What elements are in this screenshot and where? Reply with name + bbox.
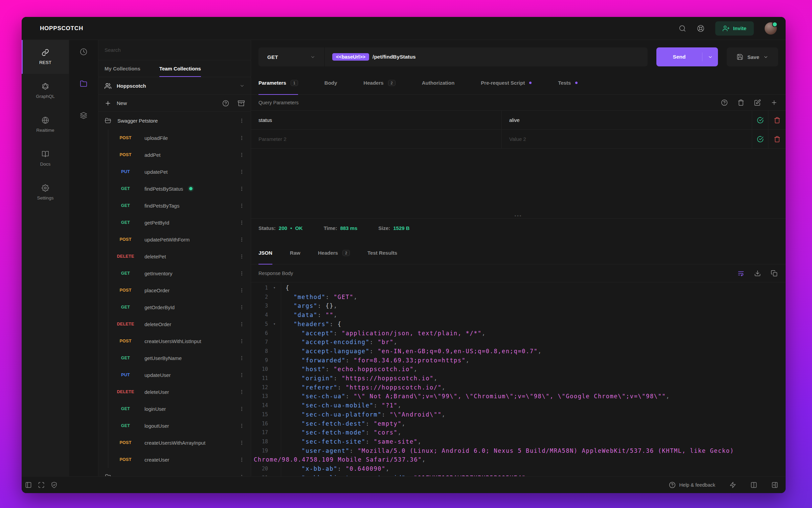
more-options-icon[interactable] xyxy=(239,338,245,344)
collection-request[interactable]: GETfindPetsByStatus xyxy=(98,180,251,197)
collection-request[interactable]: POSTaddPet xyxy=(98,146,251,163)
collection-request[interactable]: GETgetOrderById xyxy=(98,299,251,316)
toggle-param-check-icon[interactable] xyxy=(752,130,768,148)
tab-body[interactable]: Body xyxy=(324,71,337,94)
collection-request[interactable]: PUTupdatePet xyxy=(98,163,251,180)
new-collection-button[interactable]: New xyxy=(117,100,127,106)
collection-folder-partial[interactable] xyxy=(98,468,251,476)
collection-request[interactable]: DELETEdeleteOrder xyxy=(98,316,251,333)
help-feedback-button[interactable]: Help & feedback xyxy=(669,482,715,488)
more-options-icon[interactable] xyxy=(239,186,245,192)
collapse-right-panel-icon[interactable] xyxy=(771,482,778,488)
more-options-icon[interactable] xyxy=(239,118,245,124)
tab-team-collections[interactable]: Team Collections xyxy=(159,60,201,77)
clear-all-trash-icon[interactable] xyxy=(738,99,744,106)
sidebar-item-rest[interactable]: REST xyxy=(22,40,69,74)
wrap-lines-icon[interactable] xyxy=(738,270,744,277)
more-options-icon[interactable] xyxy=(239,203,245,209)
environments-layers-icon[interactable] xyxy=(80,112,87,119)
download-icon[interactable] xyxy=(754,270,761,277)
collection-request[interactable]: GETgetUserByName xyxy=(98,350,251,366)
more-options-icon[interactable] xyxy=(239,152,245,158)
sidebar-item-graphql[interactable]: GraphQL xyxy=(22,74,69,108)
collection-request[interactable]: GETfindPetsByTags xyxy=(98,197,251,214)
param-key-input[interactable]: status xyxy=(251,111,501,129)
more-options-icon[interactable] xyxy=(239,423,245,429)
param-value-input[interactable]: Value 2 xyxy=(501,130,752,148)
collection-request[interactable]: GETgetInventory xyxy=(98,265,251,282)
collection-request[interactable]: POSTplaceOrder xyxy=(98,282,251,299)
more-options-icon[interactable] xyxy=(239,474,245,477)
copy-icon[interactable] xyxy=(771,270,777,277)
more-options-icon[interactable] xyxy=(239,406,245,412)
plus-icon[interactable] xyxy=(105,100,111,107)
collection-request[interactable]: POSTcreateUser xyxy=(98,451,251,468)
tab-tests[interactable]: Tests xyxy=(558,71,578,94)
collection-request[interactable]: GETloginUser xyxy=(98,400,251,417)
collection-request[interactable]: DELETEdeleteUser xyxy=(98,383,251,400)
save-button[interactable]: Save xyxy=(727,47,778,66)
more-options-icon[interactable] xyxy=(239,220,245,226)
bulk-edit-icon[interactable] xyxy=(754,99,761,106)
toggle-param-check-icon[interactable] xyxy=(752,111,768,129)
tab-headers[interactable]: Headers2 xyxy=(318,241,350,264)
tab-authorization[interactable]: Authorization xyxy=(422,71,455,94)
toggle-columns-icon[interactable] xyxy=(750,482,757,488)
collection-request[interactable]: GETgetPetById xyxy=(98,214,251,231)
more-options-icon[interactable] xyxy=(239,457,245,463)
collection-request[interactable]: DELETEdeletePet xyxy=(98,248,251,265)
send-button[interactable]: Send xyxy=(656,47,718,66)
collection-request[interactable]: POSTuploadFile xyxy=(98,129,251,146)
sidebar-item-settings[interactable]: Settings xyxy=(22,175,69,209)
collection-request[interactable]: GETlogoutUser xyxy=(98,417,251,434)
tab-json[interactable]: JSON xyxy=(258,241,272,264)
sidebar-item-realtime[interactable]: Realtime xyxy=(22,108,69,142)
help-circle-icon[interactable] xyxy=(222,100,229,107)
more-options-icon[interactable] xyxy=(239,440,245,446)
delete-param-trash-icon[interactable] xyxy=(768,111,786,129)
fold-arrow-icon[interactable]: ▾ xyxy=(268,283,281,293)
more-options-icon[interactable] xyxy=(239,237,245,242)
avatar[interactable] xyxy=(765,22,777,35)
help-circle-icon[interactable] xyxy=(721,99,728,106)
tab-my-collections[interactable]: My Collections xyxy=(105,60,140,77)
search-input[interactable] xyxy=(105,47,245,53)
sidebar-item-docs[interactable]: Docs xyxy=(22,142,69,175)
add-param-plus-icon[interactable] xyxy=(771,99,777,106)
more-options-icon[interactable] xyxy=(239,321,245,327)
url-input[interactable]: <<baseUrl>> /pet/findByStatus xyxy=(325,53,423,61)
tab-pre-request-script[interactable]: Pre-request Script xyxy=(481,71,532,94)
more-options-icon[interactable] xyxy=(239,389,245,395)
delete-param-trash-icon[interactable] xyxy=(768,130,786,148)
more-options-icon[interactable] xyxy=(239,372,245,378)
import-export-archive-icon[interactable] xyxy=(238,100,245,107)
tab-test-results[interactable]: Test Results xyxy=(367,241,397,264)
environment-variable-chip[interactable]: <<baseUrl>> xyxy=(332,53,369,61)
tab-raw[interactable]: Raw xyxy=(290,241,300,264)
collection-request[interactable]: POSTcreateUsersWithArrayInput xyxy=(98,434,251,451)
more-options-icon[interactable] xyxy=(239,271,245,276)
tab-parameters[interactable]: Parameters1 xyxy=(258,71,298,94)
expand-zen-mode-icon[interactable] xyxy=(38,482,45,488)
toggle-sidebar-icon[interactable] xyxy=(25,482,32,488)
panes-resize-handle[interactable]: ••• xyxy=(251,218,786,219)
collection-request[interactable]: POSTupdatePetWithForm xyxy=(98,231,251,248)
search-icon[interactable] xyxy=(679,25,686,32)
method-selector[interactable]: GET xyxy=(258,47,325,66)
response-body-code[interactable]: 1▾{2 "method": "GET",3 "args": {},4 "dat… xyxy=(251,282,786,476)
more-options-icon[interactable] xyxy=(239,288,245,293)
fold-arrow-icon[interactable]: ▾ xyxy=(268,320,281,329)
more-options-icon[interactable] xyxy=(239,355,245,361)
history-icon[interactable] xyxy=(80,48,87,56)
tab-headers[interactable]: Headers2 xyxy=(363,71,395,94)
send-options-chevron-icon[interactable] xyxy=(702,55,718,60)
collections-icon[interactable] xyxy=(80,80,87,87)
param-key-input[interactable]: Parameter 2 xyxy=(251,130,501,148)
invite-button[interactable]: Invite xyxy=(715,21,754,36)
team-selector[interactable]: Hoppscotch xyxy=(98,77,251,95)
more-options-icon[interactable] xyxy=(239,135,245,141)
param-value-input[interactable]: alive xyxy=(501,111,752,129)
interceptor-shield-icon[interactable] xyxy=(51,482,58,488)
collection-folder[interactable]: Swagger Petstore xyxy=(98,112,251,129)
shortcuts-zap-icon[interactable] xyxy=(729,482,736,488)
